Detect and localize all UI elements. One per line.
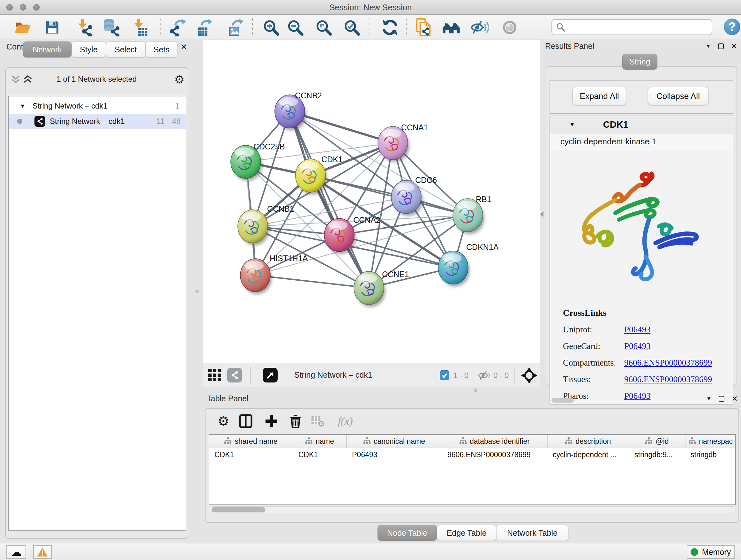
zoom-in-button[interactable] (261, 17, 281, 38)
crosslink-link[interactable]: P06493 (624, 325, 651, 334)
table-cell[interactable]: 9606.ENSP00000378699 (442, 448, 548, 462)
import-network-file-button[interactable] (74, 17, 94, 38)
crosslink-link[interactable]: 9606.ENSP00000378699 (624, 374, 712, 384)
table-cell[interactable]: CDK1 (293, 448, 347, 462)
help-button[interactable]: ? (724, 18, 740, 35)
control-panel: Control Panel ▼ ✕ Network Style Select S… (3, 42, 191, 540)
collapse-protein-icon[interactable]: ▼ (569, 121, 575, 128)
table-cell[interactable]: CDK1 (209, 448, 293, 462)
protein-card-header[interactable]: ▼ CDK1 (550, 116, 733, 133)
home-button[interactable] (441, 17, 462, 38)
network-node-label: HIST1H1A (270, 254, 308, 263)
crosslink-link[interactable]: 9606.ENSP00000378699 (624, 358, 712, 368)
tab-edge-table[interactable]: Edge Table (437, 525, 496, 541)
hidden-elements-eye-icon[interactable] (478, 370, 491, 382)
tree-expander-icon[interactable]: ▼ (20, 103, 25, 110)
network-birdseye-icon[interactable] (227, 368, 242, 382)
toolbar-separator (68, 18, 68, 37)
protein-symbol: CDK1 (603, 119, 628, 130)
node-count: 11 (156, 117, 164, 126)
network-node[interactable] (324, 219, 356, 254)
network-edge[interactable] (255, 275, 369, 288)
collapse-all-button[interactable]: Collapse All (648, 87, 709, 105)
toolbar-separator (474, 367, 474, 384)
column-header[interactable]: @id (629, 435, 685, 448)
network-options-gear-icon[interactable]: ⚙ (174, 73, 185, 86)
column-header[interactable]: canonical name (347, 435, 442, 448)
node-table[interactable]: shared namenamecanonical namedatabase id… (209, 434, 736, 505)
network-canvas[interactable]: CCNB2CCNA1CDC25BCDK1CDC6RB1CCNB1CCNA2CDK… (203, 40, 540, 363)
table-scrollbar-track[interactable] (209, 506, 736, 513)
status-bar: ☁ Memory (0, 543, 741, 560)
table-scrollbar-thumb[interactable] (212, 507, 265, 512)
shared-column-icon (224, 437, 231, 446)
save-session-button[interactable] (42, 17, 63, 38)
table-cell[interactable]: cyclin-dependent ... (548, 448, 629, 462)
network-node[interactable] (453, 199, 484, 234)
network-node[interactable] (354, 271, 386, 307)
column-header[interactable]: database identifier (442, 435, 548, 448)
grid-view-icon[interactable] (208, 369, 222, 383)
zoom-out-button[interactable] (285, 17, 306, 38)
protein-structure-image (565, 158, 712, 295)
results-panel-menu-icon[interactable]: ▼ (705, 43, 711, 50)
open-session-button[interactable] (12, 17, 33, 38)
cloud-status-button[interactable]: ☁ (6, 545, 26, 559)
network-node[interactable] (275, 95, 307, 131)
table-options-gear-icon[interactable]: ⚙ (215, 412, 232, 430)
table-cell[interactable]: P06493 (347, 448, 442, 462)
tab-string[interactable]: String (622, 54, 657, 70)
expand-all-button[interactable]: Expand All (572, 87, 626, 105)
search-input[interactable] (551, 19, 712, 35)
tab-style[interactable]: Style (71, 42, 106, 57)
show-columns-icon[interactable] (238, 412, 254, 430)
network-view[interactable]: CCNB2CCNA1CDC25BCDK1CDC6RB1CCNB1CCNA2CDK… (203, 40, 540, 387)
results-panel-float-icon[interactable] (718, 44, 724, 49)
fit-content-crosshair-icon[interactable] (521, 367, 537, 385)
left-splitter-handle[interactable] (195, 290, 199, 293)
zoom-selected-button[interactable] (341, 17, 362, 38)
create-column-plus-icon[interactable] (263, 412, 280, 430)
tab-node-table[interactable]: Node Table (378, 525, 437, 541)
open-folder-icon (14, 20, 31, 35)
hide-graphics-details-button[interactable] (469, 17, 490, 38)
tab-sets[interactable]: Sets (145, 42, 178, 57)
refresh-button[interactable] (380, 17, 400, 38)
duplicate-network-button[interactable] (414, 17, 434, 38)
memory-button[interactable]: Memory (687, 545, 735, 559)
network-name: String Network – cdk1 (50, 117, 125, 126)
tab-select[interactable]: Select (106, 42, 145, 57)
table-cell[interactable]: stringdb (685, 448, 736, 462)
crosslink-link[interactable]: P06493 (624, 341, 651, 351)
import-table-button[interactable] (130, 17, 150, 38)
export-network-button[interactable] (169, 17, 189, 38)
network-node[interactable] (295, 159, 327, 195)
table-panel-close-icon[interactable]: ✕ (731, 394, 738, 403)
table-row[interactable]: CDK1CDK1P064939606.ENSP00000378699cyclin… (209, 448, 735, 462)
column-header[interactable]: namespac (685, 435, 736, 448)
table-cell[interactable]: stringdb:9... (629, 448, 685, 462)
open-in-window-icon[interactable] (263, 368, 278, 382)
column-header[interactable]: shared name (209, 435, 293, 448)
selected-nodes-checkbox-icon[interactable] (440, 370, 449, 380)
tab-network-table[interactable]: Network Table (496, 525, 568, 541)
column-header[interactable]: description (548, 435, 629, 448)
import-network-database-button[interactable] (101, 17, 122, 38)
zoom-fit-button[interactable] (313, 17, 334, 38)
shared-column-icon (460, 437, 467, 446)
network-row-selected[interactable]: String Network – cdk1 11 48 (9, 114, 186, 129)
network-node[interactable] (438, 251, 470, 287)
export-table-button[interactable] (195, 17, 215, 38)
results-panel-close-icon[interactable]: ✕ (731, 42, 737, 51)
warnings-button[interactable] (33, 545, 52, 559)
show-graphics-details-button[interactable] (499, 17, 520, 38)
control-panel-close-icon[interactable]: ✕ (181, 43, 187, 51)
table-panel-float-icon[interactable] (719, 396, 724, 401)
network-collection-row[interactable]: ▼ String Network – cdk1 1 (9, 98, 186, 114)
tab-network[interactable]: Network (23, 42, 71, 57)
crosslink-row: Tissues:9606.ENSP00000378699 (563, 374, 729, 384)
delete-column-trash-icon[interactable] (287, 412, 304, 430)
export-image-button[interactable] (226, 17, 246, 38)
table-panel-menu-icon[interactable]: ▼ (706, 395, 712, 402)
column-header[interactable]: name (293, 435, 347, 448)
